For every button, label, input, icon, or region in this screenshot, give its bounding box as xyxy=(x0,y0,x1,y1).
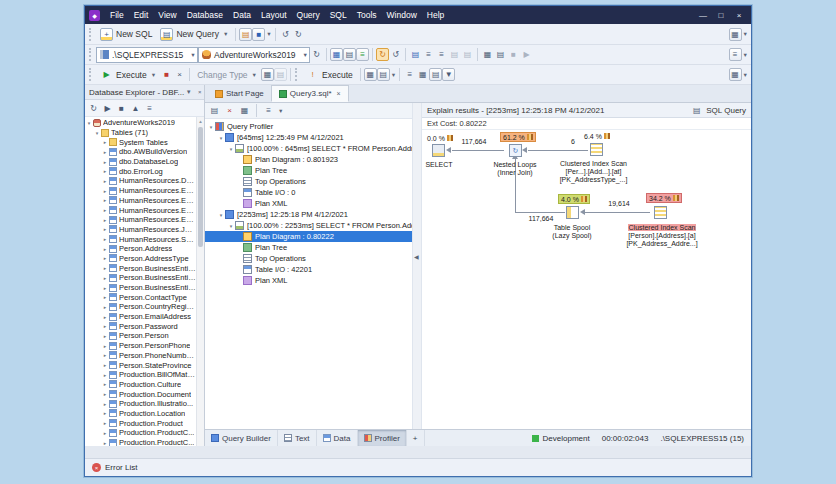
chevron-down-icon[interactable]: ▾ xyxy=(93,130,101,136)
export-profile-icon[interactable]: ▤ xyxy=(208,104,221,117)
index-scan-bottom-node-label[interactable]: Clustered Index Scan [Person].[Address].… xyxy=(618,224,706,248)
toolbar-overflow-icon[interactable]: ▼ xyxy=(743,72,748,78)
explorer-close-icon[interactable]: × xyxy=(195,89,204,95)
save-icon[interactable]: ■ xyxy=(252,28,265,41)
chevron-right-icon[interactable]: ▸ xyxy=(101,401,109,407)
chevron-right-icon[interactable]: ▸ xyxy=(101,440,109,446)
explorer-header[interactable]: Database Explorer - DBF... ▼ × xyxy=(85,85,204,100)
table-item[interactable]: ▸ Person.CountryRegio... xyxy=(85,302,196,312)
cancel-icon[interactable]: × xyxy=(173,68,186,81)
chevron-right-icon[interactable]: ▸ xyxy=(101,139,109,145)
query-options-icon[interactable]: ▦ xyxy=(261,68,274,81)
chevron-right-icon[interactable]: ▸ xyxy=(101,285,109,291)
chevron-right-icon[interactable]: ▸ xyxy=(101,410,109,416)
nested-loops-node-label[interactable]: Nested Loops (Inner Join) xyxy=(484,161,546,177)
plan-diagram-canvas[interactable]: 117,664 6 117,664 19,614 xyxy=(422,130,751,429)
chevron-right-icon[interactable]: ▸ xyxy=(101,178,109,184)
query-profiler-mode-icon[interactable]: ↻ xyxy=(376,48,389,61)
chevron-right-icon[interactable]: ▸ xyxy=(101,391,109,397)
tab-start-page[interactable]: Start Page xyxy=(208,85,271,102)
table-item[interactable]: ▸ Person.PersonPhone xyxy=(85,341,196,351)
statistics-icon[interactable]: ▦ xyxy=(416,68,429,81)
close-button[interactable]: × xyxy=(731,8,747,22)
menu-item[interactable]: Data xyxy=(228,6,256,24)
table-item[interactable]: ▸ Production.Culture xyxy=(85,380,196,390)
table-item[interactable]: ▸ Production.ProductC... xyxy=(85,438,196,446)
toolbar-overflow-icon[interactable]: ▼ xyxy=(743,52,748,58)
table-item[interactable]: ▸ Person.BusinessEntit... xyxy=(85,263,196,273)
table-item[interactable]: ▸ Person.BusinessEntit... xyxy=(85,273,196,283)
top-operations-row[interactable]: Top Operations xyxy=(205,253,412,264)
table-item[interactable]: ▸ Person.Address xyxy=(85,244,196,254)
index-scan-top-operator-icon[interactable] xyxy=(590,143,603,156)
tab-query-builder[interactable]: Query Builder xyxy=(205,430,278,446)
open-file-icon[interactable]: ▤ xyxy=(239,28,252,41)
system-tables-item[interactable]: ▸ System Tables xyxy=(85,137,196,147)
window-layout-icon[interactable]: ▦ xyxy=(729,28,742,41)
scrollbar-thumb[interactable] xyxy=(198,127,203,247)
disconnect-icon[interactable]: ■ xyxy=(115,102,128,115)
table-item[interactable]: ▸ Person.StateProvince xyxy=(85,360,196,370)
new-sql-button[interactable]: + New SQL xyxy=(96,27,156,42)
table-item[interactable]: ▸ Production.Product xyxy=(85,418,196,428)
stop-execution-icon[interactable]: ■ xyxy=(160,68,173,81)
tab-profiler[interactable]: Profiler xyxy=(358,430,407,446)
query-plan-icon[interactable]: ▤ xyxy=(343,48,356,61)
add-view-button[interactable]: + xyxy=(407,430,425,446)
parse-icon[interactable]: ▤ xyxy=(274,68,287,81)
chevron-down-icon[interactable]: ▾ xyxy=(207,124,215,130)
chevron-right-icon[interactable]: ▸ xyxy=(101,168,109,174)
plan-diagram-row-selected[interactable]: Plan Diagram : 0.80222 xyxy=(205,231,412,242)
table-item[interactable]: ▸ Person.EmailAddress xyxy=(85,312,196,322)
plan-xml-row[interactable]: Plan XML xyxy=(205,275,412,286)
menu-item[interactable]: View xyxy=(153,6,181,24)
chevron-right-icon[interactable]: ▸ xyxy=(101,217,109,223)
server-status[interactable]: .\SQLEXPRESS15 (15) xyxy=(660,434,744,443)
scroll-up-icon[interactable]: ▲ xyxy=(198,117,202,125)
chevron-right-icon[interactable]: ▸ xyxy=(101,362,109,368)
select-node-label[interactable]: SELECT xyxy=(422,161,456,169)
chevron-right-icon[interactable]: ▸ xyxy=(101,226,109,232)
intellisense-icon[interactable]: ≡ xyxy=(356,48,369,61)
new-query-button[interactable]: ▤ New Query ▼ xyxy=(156,27,232,42)
table-item[interactable]: ▸ HumanResources.Dep... xyxy=(85,176,196,186)
connect-icon[interactable]: ▶ xyxy=(101,102,114,115)
table-item[interactable]: ▸ Production.Illustratio... xyxy=(85,399,196,409)
table-item[interactable]: ▸ Person.ContactType xyxy=(85,292,196,302)
split-view-icon[interactable]: ▤ xyxy=(429,68,442,81)
table-io-row[interactable]: Table I/O : 0 xyxy=(205,187,412,198)
plan-xml-row[interactable]: Plan XML xyxy=(205,198,412,209)
undo-icon[interactable]: ↺ xyxy=(279,28,292,41)
table-io-row[interactable]: Table I/O : 42201 xyxy=(205,264,412,275)
tab-query3[interactable]: Query3.sql* × xyxy=(271,85,349,102)
menu-item[interactable]: SQL xyxy=(325,6,352,24)
uncomment-icon[interactable]: ≡ xyxy=(435,48,448,61)
tab-close-icon[interactable]: × xyxy=(337,90,341,97)
chevron-right-icon[interactable]: ▸ xyxy=(101,343,109,349)
toolbar-grip[interactable] xyxy=(89,68,93,81)
chevron-right-icon[interactable]: ▸ xyxy=(101,197,109,203)
table-item[interactable]: ▸ HumanResources.Em... xyxy=(85,186,196,196)
top-operations-row[interactable]: Top Operations xyxy=(205,176,412,187)
chevron-right-icon[interactable]: ▸ xyxy=(101,207,109,213)
chevron-right-icon[interactable]: ▸ xyxy=(101,159,109,165)
table-item[interactable]: ▸ HumanResources.Em... xyxy=(85,215,196,225)
tables-folder-item[interactable]: ▾ Tables (71) xyxy=(85,128,196,138)
table-item[interactable]: ▸ Person.BusinessEntit... xyxy=(85,283,196,293)
chevron-right-icon[interactable]: ▸ xyxy=(101,314,109,320)
table-item[interactable]: ▸ Person.AddressType xyxy=(85,254,196,264)
results-text-icon[interactable]: ▤ xyxy=(377,68,390,81)
chevron-right-icon[interactable]: ▸ xyxy=(101,294,109,300)
chevron-right-icon[interactable]: ▸ xyxy=(101,246,109,252)
chevron-down-icon[interactable]: ▾ xyxy=(227,223,235,229)
chevron-right-icon[interactable]: ▸ xyxy=(101,275,109,281)
menu-item[interactable]: Window xyxy=(382,6,422,24)
full-screen-icon[interactable]: ▦ xyxy=(729,68,742,81)
delete-session-icon[interactable]: × xyxy=(223,104,236,117)
chevron-right-icon[interactable]: ▸ xyxy=(101,236,109,242)
outdent-icon[interactable]: ▤ xyxy=(461,48,474,61)
query-row[interactable]: ▾ [100.00% : 645ms] SELECT * FROM Person… xyxy=(205,143,412,154)
compare-icon[interactable]: ▦ xyxy=(238,104,251,117)
chevron-right-icon[interactable]: ▸ xyxy=(101,304,109,310)
filter-icon[interactable]: ≡ xyxy=(143,102,156,115)
